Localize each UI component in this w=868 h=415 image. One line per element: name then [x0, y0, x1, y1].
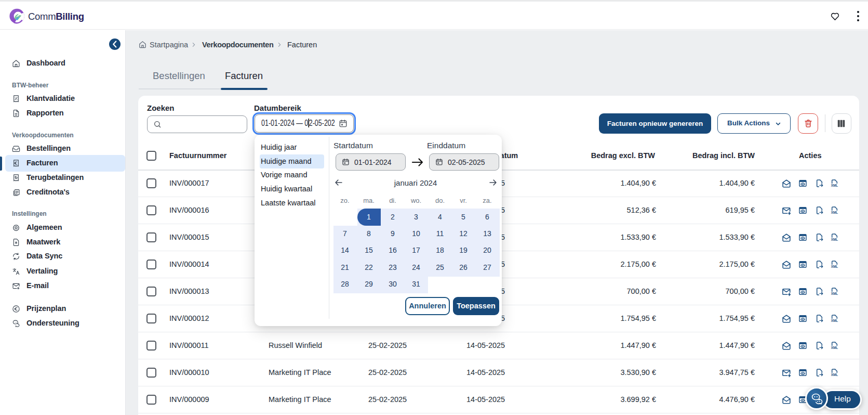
svg-text:XML: XML	[831, 319, 838, 322]
svg-text:XML: XML	[831, 346, 838, 349]
svg-text:XML: XML	[831, 184, 838, 187]
svg-text:XML: XML	[831, 292, 838, 295]
svg-text:XML: XML	[831, 373, 838, 377]
svg-text:XML: XML	[831, 211, 838, 214]
svg-text:XML: XML	[831, 265, 838, 268]
svg-text:XML: XML	[831, 238, 838, 241]
